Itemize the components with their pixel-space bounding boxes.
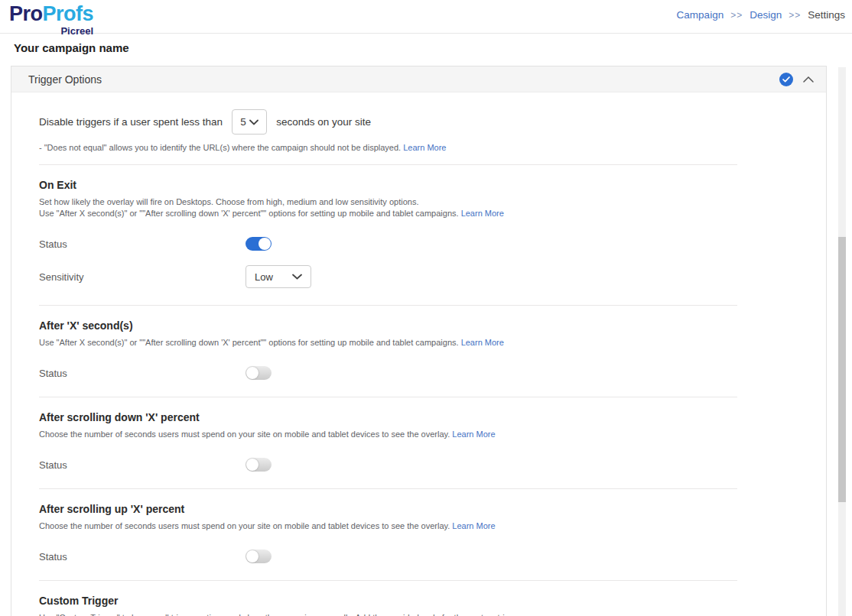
toggle-knob: [259, 238, 271, 250]
status-row: Status: [39, 366, 737, 380]
proprofs-picreel-logo[interactable]: ProProfs Picreel: [9, 4, 93, 36]
description-line: Use "After X second(s)" or ""After scrol…: [39, 338, 459, 347]
logo-part-profs: Profs: [43, 2, 94, 25]
status-toggle-on-exit[interactable]: [246, 237, 272, 251]
scrollbar-thumb[interactable]: [838, 237, 846, 502]
section-title: After 'X' second(s): [39, 319, 737, 332]
top-header: ProProfs Picreel Campaign >> Design >> S…: [0, 0, 852, 34]
note-text: - "Does not equal" allows you to identif…: [39, 143, 401, 152]
section-divider: [39, 488, 737, 489]
page-content: Your campaign name Trigger Options Disab…: [0, 41, 852, 616]
status-row: Status: [39, 550, 737, 563]
panel-header-icons: [779, 73, 815, 86]
description-line: Use "Custom Trigger" to bypass all trigg…: [39, 613, 523, 616]
learn-more-link[interactable]: Learn More: [461, 209, 504, 218]
learn-more-link[interactable]: Learn More: [461, 338, 504, 347]
section-title: On Exit: [39, 179, 737, 191]
status-toggle-scroll-down[interactable]: [246, 458, 272, 472]
status-toggle-after-x-seconds[interactable]: [246, 366, 272, 380]
chevron-down-icon: [292, 274, 302, 280]
sensitivity-label: Sensitivity: [39, 271, 246, 283]
status-row: Status: [39, 458, 737, 472]
breadcrumb-campaign[interactable]: Campaign: [677, 9, 724, 21]
breadcrumb-settings: Settings: [808, 9, 845, 21]
trigger-options-panel-header[interactable]: Trigger Options: [11, 66, 826, 92]
disable-triggers-row: Disable triggers if a user spent less th…: [39, 109, 737, 135]
description-line: Choose the number of seconds users must …: [39, 521, 450, 530]
chevron-down-icon: [249, 119, 259, 125]
description-line: Choose the number of seconds users must …: [39, 430, 450, 439]
logo-wordmark: ProProfs: [9, 4, 93, 24]
section-title: Custom Trigger: [39, 595, 737, 607]
section-scroll-down-percent: After scrolling down 'X' percent Choose …: [39, 411, 737, 472]
disable-triggers-text-before: Disable triggers if a user spent less th…: [39, 116, 223, 128]
section-scroll-up-percent: After scrolling up 'X' percent Choose th…: [39, 503, 737, 563]
status-toggle-scroll-up[interactable]: [246, 550, 272, 563]
sensitivity-select[interactable]: Low: [246, 265, 311, 288]
section-description: Use "Custom Trigger" to bypass all trigg…: [39, 612, 737, 616]
seconds-select-value: 5: [240, 116, 246, 128]
chevron-up-icon[interactable]: [802, 74, 815, 84]
status-label: Status: [39, 238, 246, 250]
sensitivity-value: Low: [255, 271, 273, 283]
check-circle-icon: [779, 73, 793, 86]
toggle-knob: [246, 459, 259, 471]
learn-more-link[interactable]: Learn More: [452, 430, 495, 439]
description-line: Use "After X second(s)" or ""After scrol…: [39, 209, 459, 218]
section-after-x-seconds: After 'X' second(s) Use "After X second(…: [39, 319, 737, 380]
section-description: Set how likely the overlay will fire on …: [39, 196, 737, 219]
trigger-options-panel-body: Disable triggers if a user spent less th…: [11, 109, 826, 616]
learn-more-link[interactable]: Learn More: [403, 143, 446, 152]
section-title: After scrolling down 'X' percent: [39, 411, 737, 423]
section-divider: [39, 164, 737, 165]
section-divider: [39, 305, 737, 306]
section-divider: [39, 397, 737, 397]
status-label: Status: [39, 551, 246, 563]
disable-triggers-note: - "Does not equal" allows you to identif…: [39, 143, 737, 152]
breadcrumb-separator: >>: [789, 10, 801, 21]
status-label: Status: [39, 459, 246, 471]
section-custom-trigger: Custom Trigger Use "Custom Trigger" to b…: [39, 595, 737, 616]
breadcrumb-separator: >>: [730, 10, 743, 21]
section-on-exit: On Exit Set how likely the overlay will …: [39, 179, 737, 288]
section-title: After scrolling up 'X' percent: [39, 503, 737, 515]
seconds-select[interactable]: 5: [232, 109, 267, 135]
toggle-knob: [246, 367, 259, 379]
section-description: Choose the number of seconds users must …: [39, 520, 737, 532]
page-title: Your campaign name: [14, 41, 852, 54]
trigger-options-panel: Trigger Options Disable triggers if a us…: [11, 66, 827, 616]
section-divider: [39, 580, 737, 581]
learn-more-link[interactable]: Learn More: [452, 521, 495, 530]
scrollbar[interactable]: [838, 67, 846, 616]
panel-title: Trigger Options: [28, 73, 102, 86]
sensitivity-row: Sensitivity Low: [39, 265, 737, 288]
logo-part-pro: Pro: [9, 2, 43, 25]
status-label: Status: [39, 368, 246, 379]
section-description: Use "After X second(s)" or ""After scrol…: [39, 337, 737, 349]
disable-triggers-text-after: seconds on your site: [276, 116, 371, 128]
logo-subtitle: Picreel: [60, 26, 93, 36]
toggle-knob: [246, 550, 259, 563]
description-line: Set how likely the overlay will fire on …: [39, 197, 418, 206]
breadcrumb-design[interactable]: Design: [750, 9, 782, 21]
section-description: Choose the number of seconds users must …: [39, 429, 737, 440]
breadcrumb: Campaign >> Design >> Settings: [677, 9, 845, 21]
status-row: Status: [39, 237, 737, 251]
